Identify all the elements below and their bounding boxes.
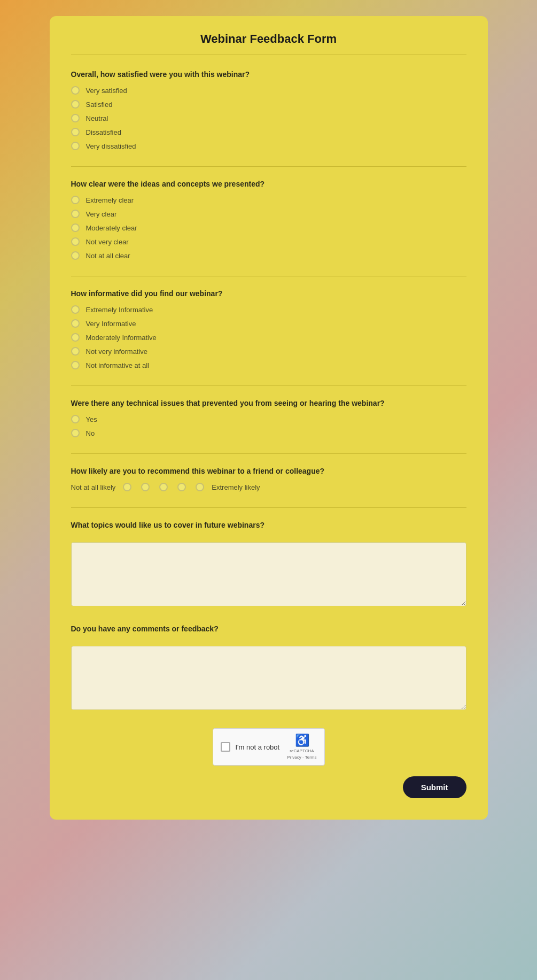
satisfaction-label-1: Very satisfied	[86, 87, 127, 95]
technical-question: Were there any technical issues that pre…	[71, 399, 466, 407]
informative-radio-3[interactable]	[71, 333, 80, 342]
comments-textarea[interactable]	[71, 646, 466, 710]
likelihood-radio-2[interactable]	[141, 483, 150, 491]
likelihood-row: Not at all likely Extremely likely	[71, 483, 466, 491]
clarity-radio-5[interactable]	[71, 251, 80, 260]
recaptcha-sub2: Privacy - Terms	[287, 755, 317, 760]
topics-section: What topics would like us to cover in fu…	[71, 521, 466, 608]
clarity-label-1: Extremely clear	[86, 196, 134, 204]
technical-option-1[interactable]: Yes	[71, 415, 466, 423]
clarity-radio-1[interactable]	[71, 196, 80, 204]
topics-question: What topics would like us to cover in fu…	[71, 521, 466, 529]
informative-radio-1[interactable]	[71, 305, 80, 314]
clarity-section: How clear were the ideas and concepts we…	[71, 180, 466, 260]
likelihood-question: How likely are you to recommend this web…	[71, 467, 466, 475]
recaptcha-checkbox[interactable]	[221, 742, 230, 752]
recaptcha-text: I'm not a robot	[236, 743, 282, 751]
recaptcha-box[interactable]: I'm not a robot ♿ reCAPTCHA Privacy - Te…	[213, 728, 325, 766]
satisfaction-label-5: Very dissatisfied	[86, 142, 136, 150]
divider-1	[71, 166, 466, 167]
comments-question: Do you have any comments or feedback?	[71, 624, 466, 633]
informative-section: How informative did you find our webinar…	[71, 289, 466, 369]
recaptcha-icon: ♿	[295, 734, 309, 747]
informative-label-5: Not informative at all	[86, 361, 150, 369]
satisfaction-radio-4[interactable]	[71, 128, 80, 136]
submit-button[interactable]: Submit	[403, 776, 466, 798]
clarity-question: How clear were the ideas and concepts we…	[71, 180, 466, 188]
satisfaction-option-1[interactable]: Very satisfied	[71, 86, 466, 95]
likelihood-section: How likely are you to recommend this web…	[71, 467, 466, 491]
clarity-option-1[interactable]: Extremely clear	[71, 196, 466, 204]
clarity-option-2[interactable]: Very clear	[71, 210, 466, 218]
likelihood-right-label: Extremely likely	[212, 483, 260, 491]
informative-option-3[interactable]: Moderately Informative	[71, 333, 466, 342]
satisfaction-radio-1[interactable]	[71, 86, 80, 95]
clarity-radio-4[interactable]	[71, 237, 80, 246]
satisfaction-radio-2[interactable]	[71, 100, 80, 109]
technical-radio-2[interactable]	[71, 429, 80, 437]
satisfaction-option-2[interactable]: Satisfied	[71, 100, 466, 109]
satisfaction-radio-3[interactable]	[71, 114, 80, 122]
topics-textarea[interactable]	[71, 542, 466, 606]
satisfaction-option-3[interactable]: Neutral	[71, 114, 466, 122]
informative-option-4[interactable]: Not very informative	[71, 347, 466, 356]
divider-5	[71, 507, 466, 508]
clarity-label-5: Not at all clear	[86, 252, 130, 260]
technical-radio-1[interactable]	[71, 415, 80, 423]
satisfaction-option-4[interactable]: Dissatisfied	[71, 128, 466, 136]
recaptcha-logo: ♿ reCAPTCHA Privacy - Terms	[287, 734, 317, 760]
informative-question: How informative did you find our webinar…	[71, 289, 466, 298]
informative-radio-2[interactable]	[71, 319, 80, 328]
satisfaction-question: Overall, how satisfied were you with thi…	[71, 70, 466, 79]
clarity-label-2: Very clear	[86, 210, 117, 218]
clarity-label-3: Moderately clear	[86, 224, 137, 232]
clarity-radio-2[interactable]	[71, 210, 80, 218]
satisfaction-option-5[interactable]: Very dissatisfied	[71, 142, 466, 150]
form-title: Webinar Feedback Form	[71, 32, 466, 55]
likelihood-left-label: Not at all likely	[71, 483, 116, 491]
informative-label-1: Extremely Informative	[86, 306, 153, 314]
satisfaction-label-4: Dissatisfied	[86, 128, 121, 136]
satisfaction-label-3: Neutral	[86, 114, 108, 122]
technical-section: Were there any technical issues that pre…	[71, 399, 466, 437]
likelihood-radios	[123, 483, 204, 491]
satisfaction-label-2: Satisfied	[86, 101, 113, 109]
divider-4	[71, 453, 466, 454]
form-container: Webinar Feedback Form Overall, how satis…	[50, 16, 488, 820]
divider-3	[71, 385, 466, 386]
clarity-radio-3[interactable]	[71, 223, 80, 232]
likelihood-radio-4[interactable]	[177, 483, 186, 491]
informative-option-1[interactable]: Extremely Informative	[71, 305, 466, 314]
satisfaction-section: Overall, how satisfied were you with thi…	[71, 70, 466, 150]
recaptcha-sub1: reCAPTCHA	[290, 748, 314, 754]
satisfaction-radio-5[interactable]	[71, 142, 80, 150]
technical-label-2: No	[86, 429, 95, 437]
likelihood-radio-3[interactable]	[159, 483, 168, 491]
clarity-option-3[interactable]: Moderately clear	[71, 223, 466, 232]
informative-radio-5[interactable]	[71, 361, 80, 369]
informative-option-5[interactable]: Not informative at all	[71, 361, 466, 369]
comments-section: Do you have any comments or feedback?	[71, 624, 466, 712]
informative-option-2[interactable]: Very Informative	[71, 319, 466, 328]
likelihood-radio-1[interactable]	[123, 483, 131, 491]
informative-label-4: Not very informative	[86, 348, 148, 356]
technical-option-2[interactable]: No	[71, 429, 466, 437]
clarity-label-4: Not very clear	[86, 238, 129, 246]
clarity-option-5[interactable]: Not at all clear	[71, 251, 466, 260]
clarity-option-4[interactable]: Not very clear	[71, 237, 466, 246]
likelihood-radio-5[interactable]	[196, 483, 204, 491]
recaptcha-container: I'm not a robot ♿ reCAPTCHA Privacy - Te…	[71, 728, 466, 766]
technical-label-1: Yes	[86, 415, 97, 423]
divider-2	[71, 276, 466, 276]
informative-label-2: Very Informative	[86, 320, 136, 328]
submit-row: Submit	[71, 776, 466, 798]
informative-label-3: Moderately Informative	[86, 334, 157, 342]
informative-radio-4[interactable]	[71, 347, 80, 356]
